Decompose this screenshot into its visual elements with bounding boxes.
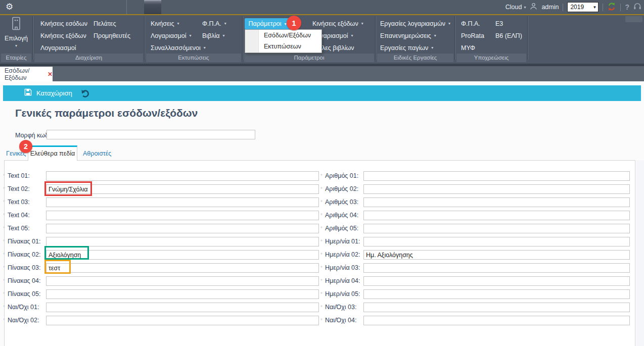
chevron-down-icon: ▾ — [285, 22, 287, 26]
menu-item[interactable] — [23, 0, 40, 14]
cloud-menu-button[interactable]: Cloud ▾ — [505, 4, 526, 11]
required-marker: * — [3, 213, 8, 218]
field-input[interactable] — [46, 289, 319, 299]
ribbon-item[interactable]: Συναλλασσόμενοι▾ — [151, 42, 206, 54]
scrollbar-track[interactable] — [636, 160, 644, 346]
field-input[interactable] — [363, 224, 630, 233]
menu-item[interactable] — [58, 0, 75, 14]
ribbon-item[interactable]: Κινήσεις▾ — [151, 18, 206, 30]
code-format-input[interactable] — [47, 130, 255, 139]
ribbon-collapse-control[interactable] — [625, 16, 642, 22]
menu-item[interactable] — [161, 0, 178, 14]
divider — [563, 4, 563, 11]
group-separator — [144, 16, 145, 60]
settings-gear-icon[interactable]: ⚙ — [6, 2, 13, 12]
ribbon-group-label: Εκτυπώσεις — [146, 54, 241, 62]
field-input[interactable] — [363, 237, 630, 246]
dropdown-menu-item[interactable]: Εκτυπώσεων — [245, 41, 321, 52]
top-menu-bar: ⚙ Cloud ▾ — [0, 0, 644, 14]
menu-item[interactable] — [75, 0, 92, 14]
field-input[interactable] — [363, 184, 630, 194]
field-input[interactable] — [363, 263, 630, 273]
field-label: Πίνακας 02: — [8, 251, 46, 258]
fiscal-year-select[interactable]: 2019 ▼ — [567, 2, 599, 12]
field-label: Text 04: — [8, 212, 46, 219]
menu-item[interactable] — [40, 0, 58, 14]
select-arrow-icon: ▼ — [593, 5, 597, 10]
form-row: * Text 04: — [3, 209, 319, 222]
field-input[interactable] — [46, 316, 319, 325]
logged-in-user[interactable]: admin — [541, 4, 559, 11]
select-company-button[interactable]: Επιλογή ▾ — [2, 17, 31, 53]
form-row: * Ημερ/νία 01: — [320, 235, 630, 248]
close-tab-icon[interactable]: ✕ — [48, 71, 53, 78]
ribbon-item[interactable]: Εργασίες λογαριασμών▾ — [380, 18, 450, 30]
parameters-dropdown-button[interactable]: Παράμετροι ▾ — [245, 18, 290, 29]
field-input[interactable] — [363, 250, 630, 260]
save-button[interactable]: Καταχώριση — [24, 88, 72, 98]
ribbon-item[interactable]: Φ.Π.Α.▾ — [202, 18, 226, 30]
user-icon — [530, 3, 537, 12]
field-input[interactable] — [46, 237, 319, 246]
field-input[interactable] — [363, 303, 630, 312]
support-headset-icon[interactable] — [633, 3, 641, 12]
menu-item[interactable] — [109, 0, 126, 14]
ribbon-item[interactable]: Εργασίες παγίων▾ — [380, 42, 450, 54]
field-input[interactable] — [363, 171, 630, 181]
ribbon-item[interactable]: Λογαριασμοί▾ — [151, 30, 206, 42]
dropdown-menu-item[interactable]: Εσόδων/Εξόδων — [245, 30, 321, 41]
field-input[interactable] — [46, 171, 319, 181]
required-marker: * — [320, 213, 325, 218]
ribbon-item[interactable]: Ε3 — [495, 18, 525, 30]
field-input[interactable] — [46, 250, 319, 260]
ribbon-group-label: Υποχρεώσεις — [456, 54, 526, 62]
required-marker: * — [320, 265, 325, 271]
field-input[interactable] — [46, 211, 319, 220]
ribbon-item[interactable]: Κινήσεις εξόδων▾ — [312, 18, 363, 30]
group-separator — [527, 16, 528, 60]
menu-item[interactable] — [92, 0, 109, 14]
field-label: Ημερ/νία 01: — [325, 238, 363, 245]
tab-eleythera-pedia[interactable]: Ελεύθερα πεδία — [28, 145, 77, 161]
field-label: Text 02: — [8, 185, 46, 192]
field-input[interactable] — [46, 303, 319, 312]
form-column-right: * Αριθμός 01: * Αριθμός 02: * Αριθμός 03… — [320, 169, 630, 327]
menu-item[interactable] — [144, 0, 161, 14]
document-tab-esodon-exodon[interactable]: Εσόδων/Εξόδων ✕ — [0, 67, 53, 81]
ribbon-item[interactable]: ΜΥΦ — [461, 42, 487, 54]
ribbon-item[interactable]: Κινήσεις εσόδων — [40, 18, 90, 30]
field-input[interactable] — [363, 289, 630, 299]
ribbon-item[interactable]: ProRata — [461, 30, 487, 42]
ribbon-item[interactable]: Βιβλία▾ — [202, 30, 226, 42]
field-input[interactable] — [46, 184, 319, 194]
form-row: * Πίνακας 02: — [3, 248, 319, 261]
field-label: Πίνακας 01: — [8, 238, 46, 245]
ribbon-item[interactable]: Φ.Π.Α. — [461, 18, 487, 30]
field-input[interactable] — [363, 316, 630, 325]
field-input[interactable] — [363, 211, 630, 220]
field-input[interactable] — [363, 197, 630, 207]
ribbon-group-label: Παράμετροι — [244, 54, 374, 62]
menu-item[interactable] — [126, 0, 144, 14]
ribbon-item[interactable]: Β6 (ΕΛΠ) — [495, 30, 525, 42]
field-input[interactable] — [363, 276, 630, 286]
chevron-down-icon: ▾ — [15, 43, 17, 48]
ribbon-item[interactable]: Προμηθευτές — [94, 30, 133, 42]
ribbon-item[interactable]: Κινήσεις εξόδων — [40, 30, 90, 42]
field-input[interactable] — [46, 276, 319, 286]
tab-athroistes[interactable]: Αθροιστές — [83, 150, 111, 157]
undo-button[interactable] — [80, 89, 89, 98]
field-input[interactable] — [46, 197, 319, 207]
field-label: Πίνακας 03: — [8, 264, 46, 271]
field-input[interactable] — [46, 224, 319, 233]
required-marker: * — [3, 305, 8, 310]
ribbon-item[interactable]: Επανενημερώσεις▾ — [380, 30, 450, 42]
field-label: Πίνακας 05: — [8, 290, 46, 298]
help-button[interactable]: ? — [625, 3, 629, 11]
ribbon-item[interactable]: Λογαριασμοί — [40, 42, 90, 54]
required-marker: * — [3, 265, 8, 271]
form-row: * Ναι/Όχι 01: — [3, 301, 319, 314]
field-input[interactable] — [46, 263, 319, 273]
refresh-icon[interactable] — [607, 2, 616, 13]
ribbon-item[interactable]: Πελάτες — [94, 18, 133, 30]
